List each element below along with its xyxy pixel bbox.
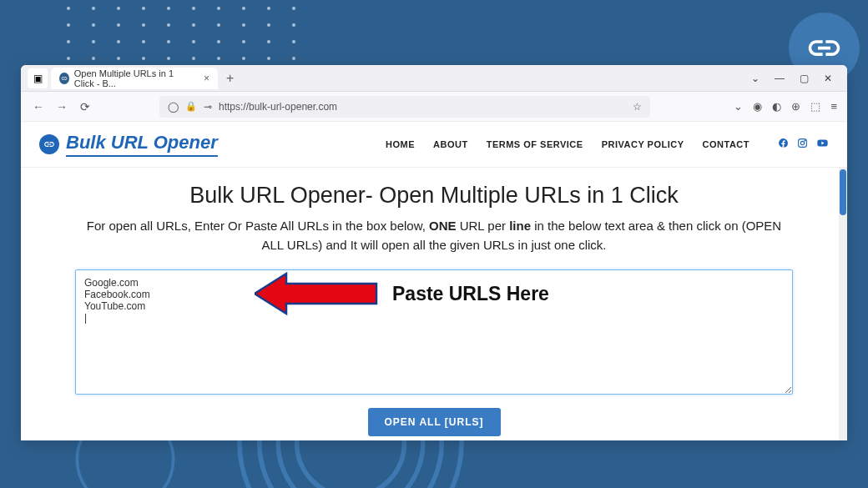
address-bar: ← → ⟳ ◯ 🔒 ⊸ https://bulk-url-opener.com …: [21, 92, 847, 122]
open-all-button[interactable]: OPEN ALL [URLS]: [368, 408, 501, 436]
page-body: Bulk URL Opener- Open Multiple URLs in 1…: [21, 168, 847, 440]
permission-icon: ⊸: [204, 101, 212, 113]
svg-point-7: [805, 140, 805, 141]
back-icon[interactable]: ←: [31, 100, 46, 113]
shield-icon: ▣: [33, 73, 43, 84]
toolbar-icons: ⌄ ◉ ◐ ⊕ ⬚ ≡: [734, 100, 837, 113]
nav-about[interactable]: ABOUT: [433, 139, 468, 149]
page-title: Bulk URL Opener- Open Multiple URLs in 1…: [41, 183, 827, 209]
tab-title: Open Multiple URLs in 1 Click - B...: [74, 68, 195, 88]
url-text: https://bulk-url-opener.com: [219, 101, 626, 113]
minimize-icon[interactable]: —: [775, 73, 785, 84]
youtube-icon[interactable]: [816, 138, 829, 151]
menu-icon[interactable]: ≡: [830, 100, 837, 113]
tab-favicon-icon: [59, 73, 69, 84]
facebook-icon[interactable]: [778, 138, 789, 151]
pocket-icon[interactable]: ⌄: [734, 100, 743, 113]
extension-icon[interactable]: ◐: [772, 100, 781, 113]
logo[interactable]: Bulk URL Opener: [39, 132, 218, 157]
window-controls: ⌄ — ▢ ✕: [751, 73, 840, 84]
page-subtitle: For open all URLs, Enter Or Paste All UR…: [41, 217, 827, 254]
star-icon[interactable]: ☆: [633, 101, 642, 113]
new-tab-button[interactable]: +: [221, 71, 239, 86]
forward-icon[interactable]: →: [54, 100, 69, 113]
instagram-icon[interactable]: [797, 138, 808, 151]
logo-link-icon: [39, 134, 59, 154]
close-window-icon[interactable]: ✕: [824, 73, 832, 84]
refresh-icon[interactable]: ⟳: [78, 100, 93, 113]
browser-tab[interactable]: Open Multiple URLs in 1 Click - B... ×: [51, 68, 218, 89]
lock-icon: 🔒: [185, 101, 197, 112]
nav-home[interactable]: HOME: [386, 139, 415, 149]
scrollbar[interactable]: [839, 168, 847, 440]
logo-text: Bulk URL Opener: [66, 132, 218, 157]
page-header: Bulk URL Opener HOME ABOUT TERMS OF SERV…: [21, 122, 847, 168]
urls-textarea[interactable]: [75, 269, 793, 395]
browser-window: ▣ Open Multiple URLs in 1 Click - B... ×…: [21, 65, 847, 440]
tab-close-icon[interactable]: ×: [204, 73, 209, 84]
nav-privacy[interactable]: PRIVACY POLICY: [602, 139, 684, 149]
nav-contact[interactable]: CONTACT: [703, 139, 749, 149]
tab-strip: ▣ Open Multiple URLs in 1 Click - B... ×…: [21, 65, 847, 92]
nav-menu: HOME ABOUT TERMS OF SERVICE PRIVACY POLI…: [386, 138, 829, 151]
pinned-tab[interactable]: ▣: [28, 68, 48, 88]
shield-icon: ◯: [168, 101, 179, 113]
url-input[interactable]: ◯ 🔒 ⊸ https://bulk-url-opener.com ☆: [159, 96, 650, 118]
globe-icon[interactable]: ⊕: [791, 100, 800, 113]
svg-point-6: [800, 141, 804, 144]
nav-tos[interactable]: TERMS OF SERVICE: [487, 139, 583, 149]
decorative-dots: [67, 7, 317, 73]
puzzle-icon[interactable]: ⬚: [810, 100, 820, 113]
maximize-icon[interactable]: ▢: [800, 73, 809, 84]
chevron-down-icon[interactable]: ⌄: [751, 73, 760, 84]
account-icon[interactable]: ◉: [753, 100, 762, 113]
scrollbar-thumb[interactable]: [840, 169, 846, 215]
